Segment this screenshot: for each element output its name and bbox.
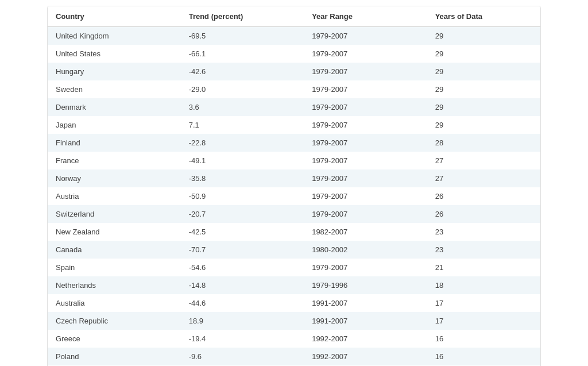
table-cell: -70.7 (181, 241, 304, 259)
table-cell: Czech Republic (48, 312, 181, 330)
table-cell: 21 (427, 259, 540, 276)
table-cell: Norway (48, 169, 181, 187)
table-row: New Zealand-42.51982-200723 (48, 223, 540, 241)
table-cell: 1982-2007 (304, 223, 427, 241)
table-cell: Netherlands (48, 276, 181, 294)
table-header-row: Country Trend (percent) Year Range Years… (48, 6, 540, 27)
table-cell: 1979-2007 (304, 205, 427, 223)
table-cell: Greece (48, 330, 181, 348)
table-cell: 29 (427, 27, 540, 45)
table-cell: 16 (427, 330, 540, 348)
table-cell: Denmark (48, 98, 181, 116)
table-cell: 1980-2002 (304, 241, 427, 259)
table-cell: United States (48, 45, 181, 63)
table-cell: -22.8 (181, 134, 304, 152)
table-cell: -66.1 (181, 45, 304, 63)
table-cell: -49.1 (181, 152, 304, 169)
header-country: Country (48, 6, 181, 27)
table-cell: -44.6 (181, 294, 304, 312)
table-cell: 1979-2007 (304, 63, 427, 80)
table-row: Japan7.11979-200729 (48, 116, 540, 134)
header-range: Year Range (304, 6, 427, 27)
table-cell: -50.9 (181, 187, 304, 205)
table-cell: 1979-2007 (304, 98, 427, 116)
table-cell: France (48, 152, 181, 169)
table-cell: 1979-2007 (304, 169, 427, 187)
table-cell: -19.4 (181, 330, 304, 348)
table-row: Finland-22.81979-200728 (48, 134, 540, 152)
table-cell: 1979-2007 (304, 80, 427, 98)
header-years: Years of Data (427, 6, 540, 27)
table-cell: United Kingdom (48, 27, 181, 45)
table-cell: 27 (427, 169, 540, 187)
table-cell: 1992-2007 (304, 330, 427, 348)
table-cell: 16 (427, 348, 540, 365)
data-table: Country Trend (percent) Year Range Years… (47, 6, 541, 366)
table-cell: 1991-2007 (304, 294, 427, 312)
table-row: Hungary-42.61979-200729 (48, 63, 540, 80)
table-cell: 17 (427, 294, 540, 312)
table-cell: Spain (48, 259, 181, 276)
table-cell: -29.0 (181, 80, 304, 98)
table-cell: Japan (48, 116, 181, 134)
table-row: Norway-35.81979-200727 (48, 169, 540, 187)
table-cell: 18 (427, 276, 540, 294)
table-cell: 29 (427, 45, 540, 63)
table-cell: 27 (427, 152, 540, 169)
table-row: Netherlands-14.81979-199618 (48, 276, 540, 294)
table-cell: Finland (48, 134, 181, 152)
table-row: Australia-44.61991-200717 (48, 294, 540, 312)
table-cell: 29 (427, 63, 540, 80)
table-cell: -42.6 (181, 63, 304, 80)
table-cell: 29 (427, 116, 540, 134)
table-cell: 18.9 (181, 312, 304, 330)
table-cell: 3.6 (181, 98, 304, 116)
table-cell: 29 (427, 80, 540, 98)
table-cell: -14.8 (181, 276, 304, 294)
table-cell: 26 (427, 187, 540, 205)
table-cell: 1979-1996 (304, 276, 427, 294)
table-cell: -20.7 (181, 205, 304, 223)
table-row: Czech Republic18.91991-200717 (48, 312, 540, 330)
table-cell: 23 (427, 223, 540, 241)
table-cell: 1979-2007 (304, 152, 427, 169)
table-cell: 1979-2007 (304, 187, 427, 205)
table-cell: 28 (427, 134, 540, 152)
table-cell: Poland (48, 348, 181, 365)
header-trend: Trend (percent) (181, 6, 304, 27)
table-cell: 17 (427, 312, 540, 330)
table-cell: Hungary (48, 63, 181, 80)
table-cell: Australia (48, 294, 181, 312)
table-cell: 1992-2007 (304, 348, 427, 365)
table-cell: -42.5 (181, 223, 304, 241)
table-cell: 29 (427, 98, 540, 116)
table-cell: -54.6 (181, 259, 304, 276)
table-cell: 26 (427, 205, 540, 223)
table-row: Sweden-29.01979-200729 (48, 80, 540, 98)
table-cell: Austria (48, 187, 181, 205)
table-cell: Switzerland (48, 205, 181, 223)
table-row: Poland-9.61992-200716 (48, 348, 540, 365)
table-cell: Sweden (48, 80, 181, 98)
table-cell: 1979-2007 (304, 45, 427, 63)
table-cell: 1979-2007 (304, 134, 427, 152)
table-row: Denmark3.61979-200729 (48, 98, 540, 116)
table-cell: New Zealand (48, 223, 181, 241)
table-cell: 23 (427, 241, 540, 259)
table-row: France-49.11979-200727 (48, 152, 540, 169)
table-cell: -69.5 (181, 27, 304, 45)
table-cell: -9.6 (181, 348, 304, 365)
table-cell: 1979-2007 (304, 27, 427, 45)
table-cell: 1979-2007 (304, 116, 427, 134)
table-cell: -35.8 (181, 169, 304, 187)
table-cell: 1979-2007 (304, 259, 427, 276)
table-row: United States-66.11979-200729 (48, 45, 540, 63)
table-cell: 7.1 (181, 116, 304, 134)
table-cell: Canada (48, 241, 181, 259)
table-row: Switzerland-20.71979-200726 (48, 205, 540, 223)
table-row: Canada-70.71980-200223 (48, 241, 540, 259)
table-row: Greece-19.41992-200716 (48, 330, 540, 348)
table-row: Austria-50.91979-200726 (48, 187, 540, 205)
table-row: United Kingdom-69.51979-200729 (48, 27, 540, 45)
table-cell: 1991-2007 (304, 312, 427, 330)
